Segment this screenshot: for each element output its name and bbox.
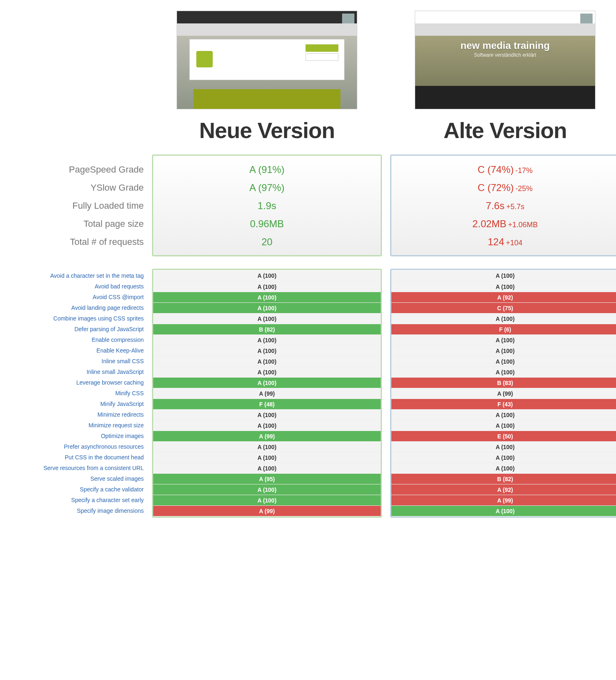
touch-icon bbox=[196, 51, 213, 67]
rule-score-new: A (99) bbox=[153, 505, 381, 516]
metric-main: C (72%) bbox=[478, 182, 514, 193]
heading-new: Neue Version bbox=[152, 118, 382, 143]
rule-link[interactable]: Inline small CSS bbox=[0, 356, 144, 367]
rule-score-old: A (100) bbox=[391, 505, 616, 516]
metric-delta: -17% bbox=[515, 166, 533, 175]
reject-button bbox=[306, 53, 338, 61]
rule-score-old: A (99) bbox=[391, 388, 616, 399]
metric-main: 7.6s bbox=[486, 200, 504, 211]
hero-subtitle: Software verständlich erklärt bbox=[415, 52, 595, 58]
hero-title: new media training bbox=[415, 40, 595, 51]
summary-value: 7.6s+5.7s bbox=[391, 197, 616, 215]
rule-link[interactable]: Leverage browser caching bbox=[0, 377, 144, 388]
rule-link[interactable]: Avoid bad requests bbox=[0, 281, 144, 292]
metric-delta: +104 bbox=[506, 239, 523, 247]
rule-score-old: A (100) bbox=[391, 420, 616, 431]
rule-link[interactable]: Enable Keep-Alive bbox=[0, 345, 144, 356]
rule-link[interactable]: Minify CSS bbox=[0, 388, 144, 399]
rule-link[interactable]: Enable compression bbox=[0, 334, 144, 345]
rule-score-old: B (82) bbox=[391, 473, 616, 484]
rule-score-old: A (100) bbox=[391, 452, 616, 463]
rule-score-old: A (92) bbox=[391, 292, 616, 302]
rule-score-new: A (100) bbox=[153, 356, 381, 367]
rule-score-new: A (100) bbox=[153, 292, 381, 302]
rule-link[interactable]: Put CSS in the document head bbox=[0, 452, 144, 463]
rule-score-new: A (100) bbox=[153, 495, 381, 505]
metric-main: 124 bbox=[488, 236, 504, 247]
summary-label: YSlow Grade bbox=[0, 179, 144, 197]
rule-link[interactable]: Avoid CSS @import bbox=[0, 292, 144, 302]
rule-link[interactable]: Prefer asynchronous resources bbox=[0, 441, 144, 452]
summary-value: 0.96MB bbox=[153, 215, 381, 233]
metric-main: 2.02MB bbox=[472, 218, 506, 229]
rule-link[interactable]: Combine images using CSS sprites bbox=[0, 313, 144, 324]
rule-score-new: A (100) bbox=[153, 345, 381, 356]
summary-value: 124+104 bbox=[391, 233, 616, 251]
summary-label: PageSpeed Grade bbox=[0, 161, 144, 179]
expand-icon bbox=[580, 14, 593, 23]
rule-score-new: A (100) bbox=[153, 441, 381, 452]
rules-old: A (100)A (100)A (92)C (75)A (100)F (6)A … bbox=[390, 269, 616, 518]
summary-new: A (91%)A (97%)1.9s0.96MB20 bbox=[152, 154, 382, 256]
rule-score-old: A (100) bbox=[391, 270, 616, 281]
rule-score-old: E (50) bbox=[391, 431, 616, 441]
rule-link[interactable]: Serve resources from a consistent URL bbox=[0, 463, 144, 473]
rule-link[interactable]: Specify a character set early bbox=[0, 495, 144, 505]
rule-link[interactable]: Inline small JavaScript bbox=[0, 367, 144, 377]
rule-link[interactable]: Specify a cache validator bbox=[0, 484, 144, 495]
metric-main: 0.96MB bbox=[250, 218, 284, 229]
expand-icon bbox=[342, 14, 354, 23]
rule-score-new: A (99) bbox=[153, 431, 381, 441]
rule-score-new: A (100) bbox=[153, 281, 381, 292]
rule-score-new: A (99) bbox=[153, 388, 381, 399]
rule-score-new: A (100) bbox=[153, 270, 381, 281]
metric-main: A (97%) bbox=[249, 182, 284, 193]
metric-delta: +1.06MB bbox=[508, 221, 538, 229]
rule-link[interactable]: Specify image dimensions bbox=[0, 505, 144, 516]
rule-link[interactable]: Minimize redirects bbox=[0, 409, 144, 420]
rule-link[interactable]: Avoid landing page redirects bbox=[0, 302, 144, 313]
heading-old: Alte Version bbox=[390, 118, 616, 143]
rule-score-old: A (100) bbox=[391, 367, 616, 377]
summary-label: Total page size bbox=[0, 215, 144, 233]
screenshot-old[interactable]: new media training Software verständlich… bbox=[415, 11, 595, 109]
rule-link[interactable]: Optimize images bbox=[0, 431, 144, 441]
rule-link[interactable]: Minify JavaScript bbox=[0, 399, 144, 409]
summary-old: C (74%)-17%C (72%)-25%7.6s+5.7s2.02MB+1.… bbox=[390, 154, 616, 256]
rule-score-new: A (100) bbox=[153, 452, 381, 463]
rule-link[interactable]: Avoid a character set in the meta tag bbox=[0, 270, 144, 281]
rule-score-new: A (100) bbox=[153, 302, 381, 313]
summary-value: 20 bbox=[153, 233, 381, 251]
summary-value: 1.9s bbox=[153, 197, 381, 215]
rule-score-new: A (95) bbox=[153, 473, 381, 484]
rule-score-old: A (92) bbox=[391, 484, 616, 495]
rule-score-new: A (100) bbox=[153, 484, 381, 495]
rule-score-old: A (100) bbox=[391, 334, 616, 345]
summary-label: Total # of requests bbox=[0, 233, 144, 251]
metric-main: 1.9s bbox=[257, 200, 276, 211]
rule-score-old: A (100) bbox=[391, 463, 616, 473]
rule-link[interactable]: Defer parsing of JavaScript bbox=[0, 324, 144, 334]
summary-label: Fully Loaded time bbox=[0, 197, 144, 215]
rule-score-new: A (100) bbox=[153, 367, 381, 377]
screenshot-new[interactable] bbox=[177, 11, 357, 109]
summary-value: A (91%) bbox=[153, 161, 381, 179]
rule-score-new: A (100) bbox=[153, 420, 381, 431]
rule-score-old: A (100) bbox=[391, 281, 616, 292]
rule-score-old: A (100) bbox=[391, 345, 616, 356]
rule-score-new: A (100) bbox=[153, 313, 381, 324]
rule-score-old: A (100) bbox=[391, 409, 616, 420]
metric-delta: -25% bbox=[515, 184, 533, 193]
metric-main: 20 bbox=[262, 236, 273, 247]
accept-button bbox=[306, 44, 338, 52]
summary-value: A (97%) bbox=[153, 179, 381, 197]
rule-score-new: A (100) bbox=[153, 463, 381, 473]
rule-score-old: A (100) bbox=[391, 441, 616, 452]
rule-link[interactable]: Serve scaled images bbox=[0, 473, 144, 484]
rule-score-old: A (100) bbox=[391, 356, 616, 367]
rule-score-old: C (75) bbox=[391, 302, 616, 313]
rule-score-old: F (43) bbox=[391, 399, 616, 409]
rule-score-old: A (100) bbox=[391, 313, 616, 324]
metric-main: A (91%) bbox=[249, 164, 284, 175]
rule-link[interactable]: Minimize request size bbox=[0, 420, 144, 431]
